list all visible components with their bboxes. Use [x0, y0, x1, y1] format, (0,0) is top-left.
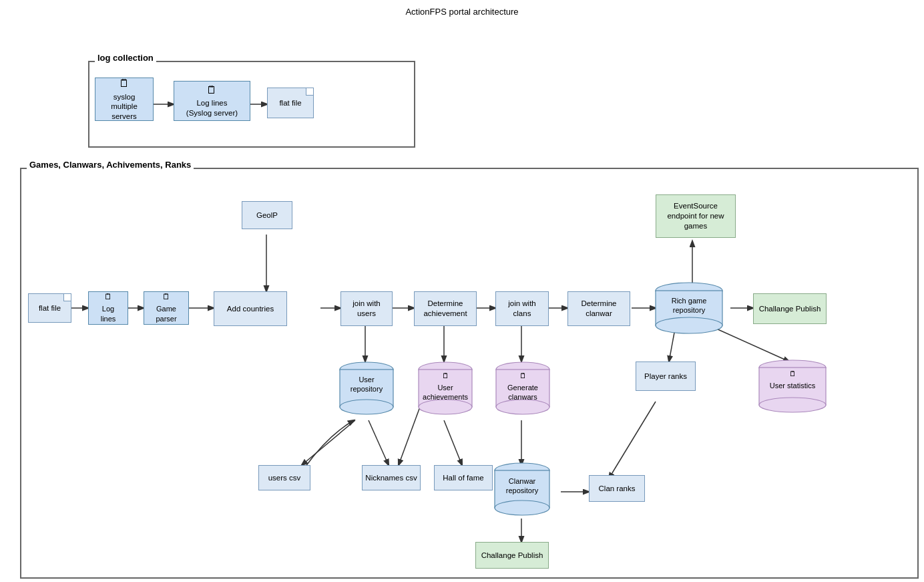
- user-repo-label: User repository: [336, 375, 397, 394]
- log-lines-main-box: 🗒 Log lines: [88, 291, 128, 325]
- nicknames-csv-box: Nicknames csv: [362, 465, 421, 490]
- generate-clanwars-icon: 🗒: [493, 371, 553, 380]
- rich-game-repo-cylinder: Rich game repository: [652, 281, 726, 335]
- user-achievements-icon: 🗒: [415, 371, 475, 380]
- generate-clanwars-label: Generate clanwars: [493, 383, 553, 402]
- determine-clanwar-box: Determine clanwar: [567, 291, 630, 326]
- main-group-label: Games, Clanwars, Achivements, Ranks: [27, 160, 194, 170]
- users-csv-box: users csv: [258, 465, 310, 490]
- challange-publish-bottom-box: Challange Publish: [475, 542, 549, 569]
- doc-icon-loglines-main: 🗒: [101, 292, 116, 303]
- log-lines-top-box: 🗒 Log lines (Syslog server): [174, 81, 250, 121]
- syslog-box: 🗒 syslog multiple servers: [95, 78, 154, 121]
- user-stats-icon: 🗒: [756, 369, 829, 378]
- generate-clanwars-cylinder: 🗒 Generate clanwars: [493, 360, 553, 420]
- user-achievements-label: User achievements: [415, 383, 475, 402]
- join-users-box: join with users: [340, 291, 393, 326]
- eventsource-box: EventSource endpoint for new games: [656, 194, 736, 238]
- doc-icon-loglines-top: 🗒: [186, 84, 238, 98]
- geoip-box: GeolP: [242, 201, 292, 229]
- clanwar-repo-cylinder: Clanwar repository: [491, 462, 553, 521]
- clan-ranks-box: Clan ranks: [589, 475, 645, 502]
- determine-achievement-box: Determine achievement: [414, 291, 477, 326]
- game-parser-box: 🗒 Game parser: [144, 291, 189, 325]
- svg-point-43: [495, 500, 549, 515]
- svg-point-40: [759, 398, 826, 412]
- page-title: ActionFPS portal architecture: [0, 0, 924, 21]
- hall-of-fame-box: Hall of fame: [434, 465, 493, 490]
- doc-icon-gameparser: 🗒: [156, 292, 176, 303]
- challange-publish-top-box: Challange Publish: [753, 293, 827, 324]
- flat-file-top-box: flat file: [267, 88, 314, 118]
- clanwar-repo-label: Clanwar repository: [491, 476, 553, 496]
- svg-point-28: [656, 317, 722, 333]
- rich-game-repo-label: Rich game repository: [652, 296, 726, 315]
- user-statistics-label: User statistics: [756, 381, 829, 390]
- user-achievements-cylinder: 🗒 User achievements: [415, 360, 475, 420]
- add-countries-box: Add countries: [214, 291, 287, 326]
- user-statistics-cylinder: 🗒 User statistics: [756, 358, 829, 418]
- flat-file-main-box: flat file: [28, 293, 71, 323]
- diagram-area: log collection 🗒 syslog multiple servers…: [8, 21, 916, 582]
- join-clans-box: join with clans: [495, 291, 549, 326]
- svg-point-31: [340, 400, 393, 414]
- doc-icon-syslog: 🗒: [98, 77, 150, 91]
- player-ranks-box: Player ranks: [636, 361, 696, 391]
- log-collection-label: log collection: [95, 53, 156, 63]
- user-repo-cylinder: User repository: [336, 360, 397, 420]
